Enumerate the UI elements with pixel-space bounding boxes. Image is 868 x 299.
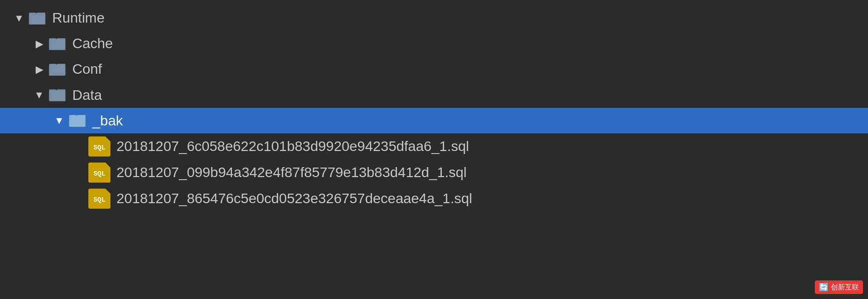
- sql-icon-text: SQL: [93, 167, 105, 179]
- tree-item-sql2[interactable]: SQL20181207_099b94a342e4f87f85779e13b83d…: [0, 160, 868, 186]
- sql-icon-text: SQL: [93, 140, 105, 153]
- tree-item-bak[interactable]: ▼ _bak: [0, 108, 868, 133]
- folder-icon-bak: [68, 113, 86, 128]
- svg-rect-0: [29, 14, 45, 24]
- label-sql2: 20181207_099b94a342e4f87f85779e13b83d412…: [116, 163, 467, 182]
- tree-item-runtime[interactable]: ▼ Runtime: [0, 5, 868, 31]
- arrow-data: ▼: [30, 88, 48, 102]
- label-data: Data: [72, 85, 102, 105]
- folder-icon-cache: [48, 36, 66, 51]
- svg-rect-2: [49, 40, 65, 50]
- watermark-icon: 🔄: [819, 282, 829, 292]
- svg-rect-4: [49, 66, 65, 76]
- label-runtime: Runtime: [52, 8, 104, 28]
- file-tree: ▼ Runtime▶ Cache▶ Conf▼ Data▼ _bakSQL201…: [0, 0, 868, 299]
- tree-item-cache[interactable]: ▶ Cache: [0, 31, 868, 56]
- svg-rect-7: [49, 89, 56, 92]
- sql-icon-sql2: SQL: [88, 163, 110, 183]
- arrow-conf: ▶: [30, 62, 48, 76]
- sql-icon-text: SQL: [93, 193, 105, 205]
- label-bak: _bak: [92, 111, 123, 130]
- svg-rect-1: [29, 13, 36, 15]
- svg-rect-3: [49, 38, 56, 41]
- svg-rect-9: [69, 115, 76, 118]
- folder-icon-conf: [48, 62, 66, 77]
- folder-icon-runtime: [28, 11, 46, 26]
- arrow-bak: ▼: [50, 113, 68, 127]
- sql-icon-sql3: SQL: [88, 189, 110, 209]
- tree-item-sql1[interactable]: SQL20181207_6c058e622c101b83d9920e94235d…: [0, 133, 868, 160]
- arrow-runtime: ▼: [10, 11, 28, 25]
- label-conf: Conf: [72, 59, 102, 79]
- label-sql1: 20181207_6c058e622c101b83d9920e94235dfaa…: [116, 136, 469, 156]
- tree-item-data[interactable]: ▼ Data: [0, 82, 868, 108]
- label-cache: Cache: [72, 34, 113, 53]
- sql-icon-sql1: SQL: [88, 136, 110, 157]
- svg-rect-5: [49, 64, 56, 66]
- tree-item-sql3[interactable]: SQL20181207_865476c5e0cd0523e326757decea…: [0, 186, 868, 212]
- tree-item-conf[interactable]: ▶ Conf: [0, 56, 868, 82]
- folder-icon-data: [48, 87, 66, 102]
- svg-rect-8: [69, 117, 85, 127]
- arrow-cache: ▶: [30, 37, 48, 51]
- watermark-label: 创新互联: [831, 283, 859, 292]
- watermark: 🔄 创新互联: [815, 280, 863, 294]
- svg-rect-6: [49, 91, 65, 101]
- label-sql3: 20181207_865476c5e0cd0523e326757deceaae4…: [116, 189, 472, 208]
